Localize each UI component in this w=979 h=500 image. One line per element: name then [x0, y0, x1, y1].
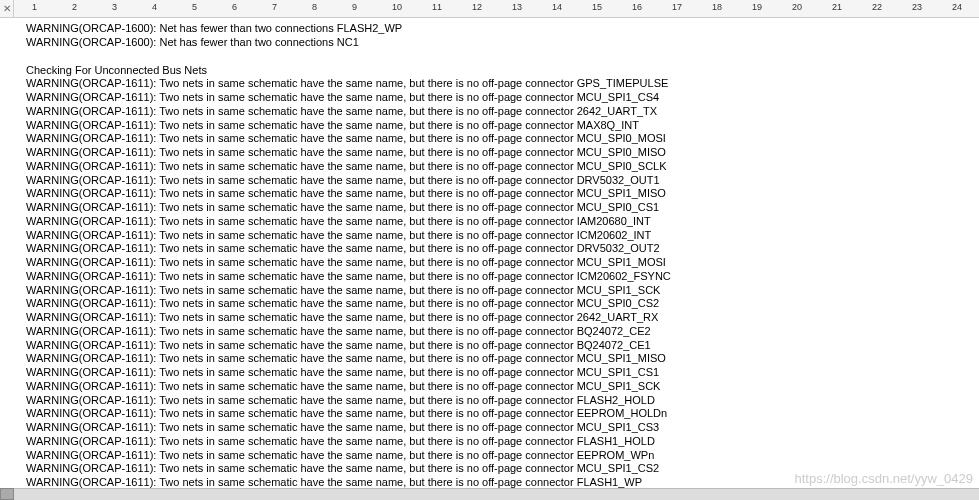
log-line: WARNING(ORCAP-1611): Two nets in same sc…	[26, 146, 979, 160]
log-line: WARNING(ORCAP-1611): Two nets in same sc…	[26, 297, 979, 311]
log-line: WARNING(ORCAP-1611): Two nets in same sc…	[26, 366, 979, 380]
log-line: WARNING(ORCAP-1611): Two nets in same sc…	[26, 339, 979, 353]
watermark-text: https://blog.csdn.net/yyw_0429	[794, 471, 973, 486]
log-line: WARNING(ORCAP-1611): Two nets in same sc…	[26, 119, 979, 133]
log-line: WARNING(ORCAP-1611): Two nets in same sc…	[26, 380, 979, 394]
log-line: WARNING(ORCAP-1600): Net has fewer than …	[26, 36, 979, 50]
log-line: WARNING(ORCAP-1611): Two nets in same sc…	[26, 229, 979, 243]
log-line: WARNING(ORCAP-1611): Two nets in same sc…	[26, 394, 979, 408]
log-line: WARNING(ORCAP-1611): Two nets in same sc…	[26, 421, 979, 435]
log-line: WARNING(ORCAP-1611): Two nets in same sc…	[26, 242, 979, 256]
corner-handle[interactable]	[0, 488, 14, 500]
log-line: WARNING(ORCAP-1611): Two nets in same sc…	[26, 201, 979, 215]
horizontal-scrollbar[interactable]	[14, 488, 979, 500]
log-line: WARNING(ORCAP-1611): Two nets in same sc…	[26, 187, 979, 201]
log-line: WARNING(ORCAP-1611): Two nets in same sc…	[26, 77, 979, 91]
log-line: WARNING(ORCAP-1611): Two nets in same sc…	[26, 407, 979, 421]
log-line: WARNING(ORCAP-1611): Two nets in same sc…	[26, 352, 979, 366]
log-line: WARNING(ORCAP-1611): Two nets in same sc…	[26, 270, 979, 284]
log-line: WARNING(ORCAP-1611): Two nets in same sc…	[26, 284, 979, 298]
log-line: WARNING(ORCAP-1611): Two nets in same sc…	[26, 105, 979, 119]
log-line: WARNING(ORCAP-1611): Two nets in same sc…	[26, 435, 979, 449]
log-line: WARNING(ORCAP-1611): Two nets in same sc…	[26, 132, 979, 146]
log-line: WARNING(ORCAP-1611): Two nets in same sc…	[26, 256, 979, 270]
log-line: WARNING(ORCAP-1611): Two nets in same sc…	[26, 174, 979, 188]
log-line: WARNING(ORCAP-1611): Two nets in same sc…	[26, 160, 979, 174]
log-line: WARNING(ORCAP-1611): Two nets in same sc…	[26, 325, 979, 339]
log-line: WARNING(ORCAP-1611): Two nets in same sc…	[26, 449, 979, 463]
log-line: WARNING(ORCAP-1600): Net has fewer than …	[26, 22, 979, 36]
ruler-bar: ✕ 12345678910111213141516171819202122232…	[0, 0, 979, 18]
log-output: WARNING(ORCAP-1600): Net has fewer than …	[0, 18, 979, 488]
log-line: Checking For Unconnected Bus Nets	[26, 64, 979, 78]
log-line: WARNING(ORCAP-1611): Two nets in same sc…	[26, 215, 979, 229]
horizontal-ruler: 123456789101112131415161718192021222324	[14, 0, 979, 17]
log-line: WARNING(ORCAP-1611): Two nets in same sc…	[26, 91, 979, 105]
log-line: WARNING(ORCAP-1611): Two nets in same sc…	[26, 311, 979, 325]
close-icon[interactable]: ✕	[0, 0, 14, 17]
